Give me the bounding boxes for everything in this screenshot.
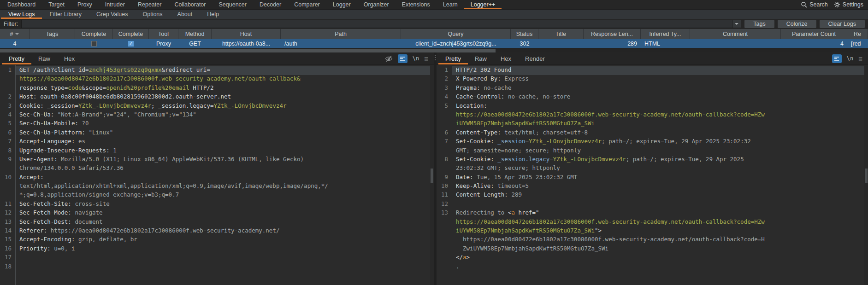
code-line: 11Sec-Fetch-Site: cross-site	[0, 200, 434, 209]
colorize-button[interactable]: Colorize	[778, 20, 816, 28]
code-segment: ">	[595, 227, 602, 234]
editor-menu-icon[interactable]: ≡	[424, 55, 428, 62]
filter-history-dropdown-button[interactable]	[732, 20, 741, 28]
subtab-view-logs[interactable]: View Logs	[1, 10, 42, 19]
menu-item-extensions[interactable]: Extensions	[396, 0, 437, 9]
column-header-method[interactable]: Method	[178, 29, 212, 39]
show-newlines-icon[interactable]: \n	[847, 55, 853, 62]
subtab-grep-values[interactable]: Grep Values	[89, 10, 136, 19]
column-header-query[interactable]: Query	[401, 29, 511, 39]
splitter-dot	[435, 55, 436, 56]
editor-menu-icon[interactable]: ≡	[858, 55, 862, 62]
prettify-toggle-icon[interactable]	[832, 54, 842, 63]
prettify-toggle-icon[interactable]	[398, 54, 407, 63]
menu-item-organizer[interactable]: Organizer	[357, 0, 396, 9]
menu-item-intruder[interactable]: Intruder	[99, 0, 131, 9]
request-vertical-scrollbar[interactable]	[430, 65, 434, 285]
tab-raw[interactable]: Raw	[468, 52, 494, 64]
code-segment: Set-Cookie:	[456, 138, 497, 145]
column-header-complete[interactable]: Complete	[75, 29, 113, 39]
code-segment: Sec-Fetch-Site:	[19, 200, 75, 207]
response-vertical-scrollbar[interactable]	[864, 65, 868, 285]
scrollbar-thumb[interactable]	[431, 169, 433, 183]
request-editor[interactable]: 1GET /auth?client_id=znchj453grts02zq9gx…	[0, 65, 434, 285]
code-segment: Host: oauth-0a8c00f0048be6db802815960238…	[19, 93, 231, 100]
main-menubar: DashboardTargetProxyIntruderRepeaterColl…	[0, 0, 868, 9]
column-header-re[interactable]: Re	[847, 29, 868, 39]
filter-label: Filter:	[4, 21, 18, 27]
filter-input[interactable]	[22, 20, 732, 28]
tab-render[interactable]: Render	[518, 52, 552, 64]
column-header-inferred-ty[interactable]: Inferred Ty...	[641, 29, 690, 39]
unchecked-complete-checkbox[interactable]	[91, 41, 97, 47]
line-number: 15	[0, 236, 15, 244]
scrollbar-thumb[interactable]	[0, 49, 496, 52]
column-header-tool[interactable]: Tool	[149, 29, 178, 39]
settings-label[interactable]: Settings	[843, 1, 863, 8]
clear-logs-button[interactable]: Clear Logs	[820, 20, 865, 28]
scrollbar-thumb[interactable]	[865, 169, 868, 183]
column-header-item[interactable]: #	[0, 29, 30, 39]
line-number: 5	[437, 102, 452, 111]
code-line: text/html,application/xhtml+xml,applicat…	[0, 182, 434, 191]
checked-complete-checkbox[interactable]: ✓	[128, 41, 134, 47]
column-header-complete[interactable]: Complete	[113, 29, 149, 39]
column-header-status[interactable]: Status	[511, 29, 538, 39]
code-segment: "Not:A-Brand";v="24", "Chromium";v="134"	[58, 111, 196, 118]
code-segment: </	[456, 254, 463, 261]
search-label[interactable]: Search	[809, 1, 828, 8]
menu-item-repeater[interactable]: Repeater	[131, 0, 168, 9]
subtab-filter-library[interactable]: Filter Library	[42, 10, 89, 19]
code-segment: Sec-Fetch-Dest:	[19, 218, 75, 225]
column-header-host[interactable]: Host	[212, 29, 281, 39]
line-number: 14	[0, 227, 15, 236]
code-line: 4Sec-Ch-Ua: "Not:A-Brand";v="24", "Chrom…	[0, 111, 434, 120]
code-segment: YZtk_-LOnvjbcDmvevz4r	[78, 102, 151, 109]
column-header-title[interactable]: Title	[538, 29, 584, 39]
column-header-path[interactable]: Path	[281, 29, 401, 39]
menu-item-logger[interactable]: Logger++	[464, 0, 502, 9]
response-editor[interactable]: 1HTTP/2 302 Found2X-Powered-By: Express3…	[437, 65, 868, 285]
code-segment: User-Agent:	[19, 156, 61, 163]
tab-hex[interactable]: Hex	[494, 52, 518, 64]
menu-item-sequencer[interactable]: Sequencer	[212, 0, 253, 9]
hide-eye-icon[interactable]	[385, 55, 393, 62]
column-header-comment[interactable]: Comment	[690, 29, 781, 39]
menu-item-target[interactable]: Target	[42, 0, 71, 9]
line-content: Accept-Encoding: gzip, deflate, br	[15, 236, 434, 244]
line-number: 10	[0, 174, 15, 182]
column-header-parameter-count[interactable]: Parameter Count	[781, 29, 847, 39]
request-toolbar: \n ≡	[385, 52, 434, 64]
code-line: 7Set-Cookie: _session=YZtk_-LOnvjbcDmvev…	[437, 138, 868, 146]
code-segment: Chrome/134.0.0.0 Safari/537.36	[19, 164, 124, 171]
subtab-help[interactable]: Help	[200, 10, 226, 19]
subtab-options[interactable]: Options	[135, 10, 170, 19]
code-segment: timeout=5	[497, 182, 529, 189]
line-number	[437, 227, 452, 236]
column-header-tags[interactable]: Tags	[30, 29, 75, 39]
code-segment: Express	[504, 75, 529, 82]
subtab-about[interactable]: About	[170, 10, 200, 19]
tab-raw[interactable]: Raw	[31, 52, 57, 64]
tags-button[interactable]: Tags	[744, 20, 774, 28]
menu-item-collaborator[interactable]: Collaborator	[168, 0, 212, 9]
menu-item-comparer[interactable]: Comparer	[288, 0, 326, 9]
show-newlines-icon[interactable]: \n	[413, 55, 419, 62]
menu-item-learn[interactable]: Learn	[437, 0, 464, 9]
log-table-horizontal-scrollbar[interactable]	[0, 48, 868, 52]
menu-item-proxy[interactable]: Proxy	[71, 0, 99, 9]
code-segment: 1	[113, 147, 117, 154]
cell-parameter-count: 4	[781, 39, 847, 48]
menu-item-logger[interactable]: Logger	[326, 0, 357, 9]
search-icon[interactable]	[801, 1, 807, 8]
column-header-response-len[interactable]: Response Len...	[584, 29, 641, 39]
log-table-selected-row[interactable]: 4✓ProxyGEThttps://oauth-0a8.../authclien…	[0, 39, 868, 48]
menu-item-decoder[interactable]: Decoder	[253, 0, 288, 9]
tab-pretty[interactable]: Pretty	[438, 52, 468, 64]
code-segment: https://0aea00d80472e6b1802a17c30086000f…	[456, 218, 765, 225]
tab-hex[interactable]: Hex	[57, 52, 82, 64]
menu-item-dashboard[interactable]: Dashboard	[1, 0, 42, 9]
tab-pretty[interactable]: Pretty	[2, 52, 31, 64]
settings-gear-icon[interactable]	[834, 1, 840, 8]
line-content: Sec-Ch-Ua-Mobile: ?0	[15, 120, 434, 128]
